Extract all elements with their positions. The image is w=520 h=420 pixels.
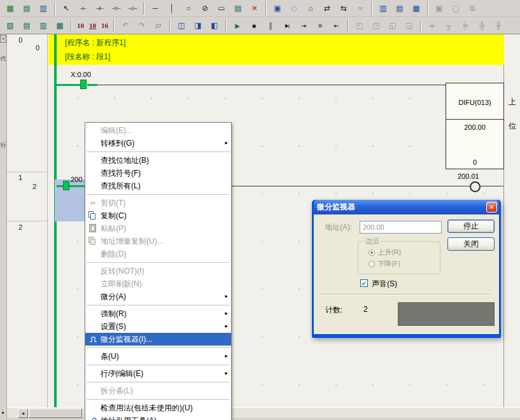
delete-icon[interactable]: ✕ — [247, 1, 262, 16]
run-icon[interactable]: ▶ — [230, 18, 245, 33]
count-value: 2 — [363, 305, 368, 314]
menu-item-row-column-edit[interactable]: 行/列编辑(E) ▸ — [85, 367, 231, 380]
tile-vertical-icon[interactable]: ╥ — [441, 18, 456, 33]
step-over-icon[interactable]: ⇥ — [296, 18, 311, 33]
monitor-icon[interactable]: ◫ — [174, 18, 189, 33]
merge-cells-icon[interactable]: ╪ — [458, 18, 473, 33]
menu-item-force[interactable]: 强制(R) ▸ — [85, 307, 231, 320]
new-coil-icon[interactable]: ○ — [181, 1, 196, 16]
pane-top-right-icon[interactable]: ◳ — [369, 18, 384, 33]
window-layout-icon[interactable]: ▦ — [3, 1, 18, 16]
scroll-left-button[interactable]: ◄ — [18, 409, 28, 418]
monitor-hex-button[interactable]: 16 — [99, 19, 110, 32]
step-run-icon[interactable]: ▶| — [279, 18, 295, 33]
continuous-step-icon[interactable]: » — [313, 18, 328, 33]
sound-checkbox[interactable]: ✔ — [360, 279, 368, 287]
rung-comment-icon[interactable]: ▦ — [52, 18, 67, 33]
grid-cross-icon[interactable]: ╬ — [474, 18, 489, 33]
vertical-line-icon[interactable]: │ — [164, 1, 179, 16]
data-trace-icon[interactable]: ◧ — [207, 18, 222, 33]
function-block-icon[interactable]: ▤ — [230, 1, 246, 16]
stop-button[interactable]: 停止 — [447, 220, 495, 233]
cross-reference-icon[interactable]: ▥ — [376, 1, 391, 16]
menu-item-label: 地址增量复制(U)... — [101, 236, 222, 247]
submenu-arrow-icon: ▸ — [225, 310, 228, 316]
project-window-icon[interactable]: ▤ — [19, 1, 34, 16]
rung-wire — [481, 186, 503, 186]
tile-horizontal-icon[interactable]: ╤ — [425, 18, 440, 33]
menu-item-label: 检查用法(包括未使用的)(U) — [101, 403, 222, 414]
new-closed-coil-icon[interactable]: ⊘ — [197, 1, 213, 16]
menu-item-copy[interactable]: 复制(C) — [85, 209, 231, 222]
coil-address-label: 200.01 — [458, 172, 479, 180]
toggle-view-icon[interactable]: ⇄ — [151, 18, 166, 33]
split-window-icon[interactable]: ╫ — [491, 18, 506, 33]
coil-20001[interactable] — [470, 181, 481, 192]
transfer-from-plc-icon[interactable]: ⇆ — [336, 1, 351, 16]
menu-item-address-reference-tool[interactable]: 地址引用工具(A) — [85, 414, 231, 420]
new-contact-icon[interactable]: ⊣⊢ — [75, 1, 90, 16]
undo-icon[interactable]: ↶ — [118, 18, 133, 33]
compile-icon[interactable]: ▣ — [270, 1, 285, 16]
scroll-thumb[interactable] — [29, 409, 82, 418]
global-symbol-icon[interactable]: ▥ — [36, 18, 51, 33]
close-button[interactable]: 关闭 — [447, 237, 495, 251]
reset-icon[interactable]: ⇤ — [329, 18, 344, 33]
menu-separator — [87, 399, 230, 400]
stop-icon[interactable]: ■ — [246, 18, 262, 33]
menu-item-set[interactable]: 设置(S) ▸ — [85, 320, 231, 333]
rail-tab-label[interactable]: 代 — [0, 55, 6, 63]
cascade-windows-icon[interactable]: ▢ — [448, 1, 463, 16]
address-reference-icon[interactable]: ▤ — [392, 1, 407, 16]
section-list-icon[interactable]: ▤ — [19, 18, 34, 33]
pane-bottom-left-icon[interactable]: ◱ — [385, 18, 400, 33]
io-comment-icon[interactable]: ▦ — [409, 1, 424, 16]
menu-item-find-bit-address[interactable]: 查找位地址(B) — [85, 154, 231, 167]
contact-20000[interactable] — [63, 181, 69, 190]
menu-item-check-usage[interactable]: 检查用法(包括未使用的)(U) — [85, 402, 231, 414]
step-number: 0 — [36, 44, 39, 52]
new-closed-contact-icon[interactable]: ⊣/⊢ — [92, 1, 107, 16]
watch-window-icon[interactable]: ▥ — [36, 1, 51, 16]
tile-windows-icon[interactable]: ▣ — [432, 1, 447, 16]
compare-with-plc-icon[interactable]: ≃ — [353, 1, 368, 16]
menu-item-immediate-refresh: 立即刷新(N) — [85, 277, 231, 290]
rail-tab-label[interactable]: 行 — [0, 141, 6, 150]
online-edit-icon[interactable]: ◇ — [286, 1, 302, 16]
horizontal-scrollbar[interactable]: ◄ — [7, 407, 520, 418]
work-online-icon[interactable]: ⌂ — [303, 1, 318, 16]
menu-item-rung[interactable]: 条(U) ▸ — [85, 350, 231, 363]
symbol-table-icon[interactable]: ▧ — [3, 18, 18, 33]
rising-contact-icon[interactable]: ⊣↑⊢ — [108, 1, 123, 16]
pause-icon[interactable]: ║ — [263, 18, 278, 33]
transfer-to-plc-icon[interactable]: ⇄ — [320, 1, 335, 16]
falling-contact-icon[interactable]: ⊣↓⊢ — [125, 1, 140, 16]
monitor-signed-decimal-button[interactable]: 10 — [87, 19, 98, 32]
pane-bottom-right-icon[interactable]: ◲ — [402, 18, 417, 33]
menu-item-find-symbol[interactable]: 查找符号(F) — [85, 167, 231, 179]
pane-top-left-icon[interactable]: ◰ — [352, 18, 367, 33]
menu-item-find-all[interactable]: 查找所有(L) — [85, 179, 231, 192]
splitter-handle-icon[interactable]: ▲ — [1, 410, 5, 414]
pause-monitor-icon[interactable]: ◨ — [190, 18, 206, 33]
redo-icon[interactable]: ↷ — [134, 18, 150, 33]
contact-x000[interactable] — [80, 80, 87, 89]
count-display-panel — [398, 302, 495, 326]
horizontal-line-icon[interactable]: ─ — [148, 1, 163, 16]
select-mode-icon[interactable]: ↖ — [59, 1, 74, 16]
menu-item-differential-monitor[interactable]: 微分监视器(I)... — [85, 333, 231, 346]
dialog-close-icon[interactable]: × — [486, 202, 497, 213]
instruction-name: DIFU(013) — [446, 99, 503, 106]
window-list-icon[interactable]: ≣ — [465, 1, 480, 16]
close-pane-icon[interactable]: × — [0, 35, 6, 43]
dialog-title-bar[interactable]: 微分监视器 × — [314, 200, 499, 214]
menu-item-label: 复制(C) — [101, 211, 222, 221]
difu-instruction-block[interactable]: DIFU(013) 200.00 0 — [446, 83, 504, 169]
new-instruction-icon[interactable]: ▭ — [214, 1, 229, 16]
menu-item-go-to[interactable]: 转移到(G) ▸ — [85, 137, 231, 150]
differential-monitor-dialog: 微分监视器 × 地址(A): 200.00 停止 关闭 边沿 上升(R) 下降(… — [312, 200, 501, 338]
menu-separator — [87, 365, 230, 365]
sound-checkbox-label[interactable]: 声音(S) — [372, 279, 397, 290]
menu-item-differentiate[interactable]: 微分(A) ▸ — [85, 290, 231, 303]
monitor-decimal-button[interactable]: 10 — [75, 19, 86, 32]
